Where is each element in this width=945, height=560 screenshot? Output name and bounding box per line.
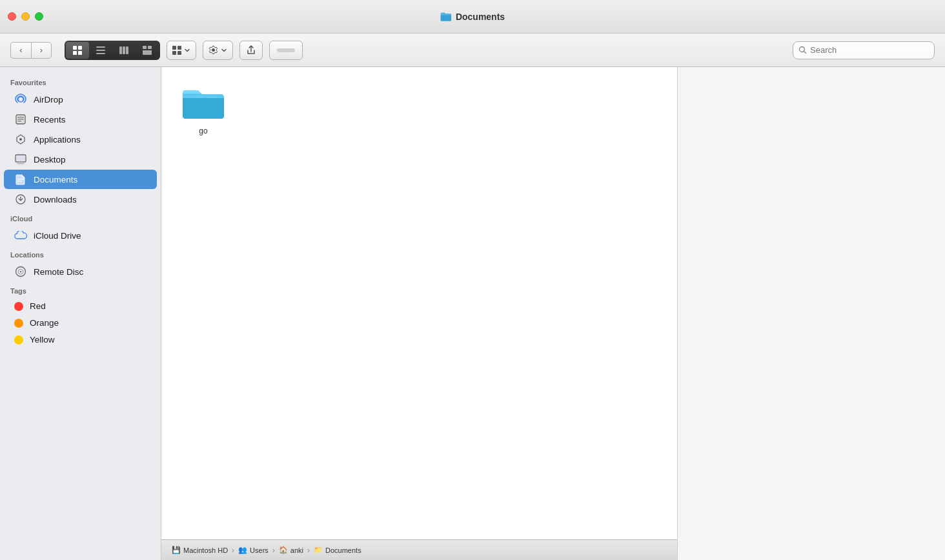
list-view-icon (96, 45, 106, 55)
close-button[interactable] (8, 12, 16, 21)
svg-rect-11 (143, 46, 147, 49)
section-label-icloud: iCloud (0, 210, 161, 225)
disc-icon (14, 265, 27, 278)
documents-breadcrumb-icon: 📁 (314, 546, 323, 554)
tag-icon (277, 46, 295, 54)
svg-rect-5 (96, 50, 105, 51)
sidebar-item-tag-orange[interactable]: Orange (4, 315, 157, 331)
sidebar-label-downloads: Downloads (34, 195, 77, 205)
sidebar-label-documents: Documents (34, 175, 77, 185)
maximize-button[interactable] (35, 12, 43, 21)
desktop-icon (14, 153, 27, 166)
breadcrumb-sep-2: › (272, 546, 275, 555)
downloads-icon (14, 193, 27, 206)
svg-rect-13 (172, 46, 176, 50)
sidebar-item-remote-disc[interactable]: Remote Disc (4, 262, 157, 281)
users-icon: 👥 (238, 546, 247, 554)
anki-label: anki (290, 546, 303, 554)
file-content: go (161, 67, 677, 539)
traffic-lights (8, 12, 43, 21)
search-box[interactable] (793, 41, 935, 59)
svg-rect-27 (17, 163, 25, 165)
sidebar-label-airdrop: AirDrop (34, 95, 63, 105)
view-mode-buttons (65, 41, 160, 60)
sidebar-label-tag-red: Red (30, 301, 46, 311)
file-item-go[interactable]: go (174, 80, 232, 139)
gallery-view-icon (142, 45, 152, 55)
section-label-favourites: Favourites (0, 74, 161, 89)
arrange-button[interactable] (167, 41, 196, 60)
breadcrumb-sep-1: › (232, 546, 234, 555)
back-icon: ‹ (19, 45, 22, 55)
sidebar-item-recents[interactable]: Recents (4, 110, 157, 129)
view-gallery-button[interactable] (136, 42, 159, 59)
main-content: Favourites AirDrop Recents (0, 67, 945, 560)
svg-rect-16 (178, 51, 181, 55)
sidebar-label-tag-yellow: Yellow (30, 335, 55, 345)
preview-pane (677, 67, 945, 560)
tag-label-button[interactable] (269, 41, 303, 60)
breadcrumb-anki[interactable]: 🏠 anki (279, 546, 303, 554)
svg-rect-6 (96, 53, 105, 54)
svg-rect-4 (96, 46, 105, 48)
status-bar: 💾 Macintosh HD › 👥 Users › 🏠 anki › 📁 Do… (161, 539, 677, 560)
users-label: Users (250, 546, 269, 554)
view-icon-button[interactable] (66, 42, 89, 59)
sidebar-label-applications: Applications (34, 135, 81, 145)
svg-rect-7 (119, 46, 122, 54)
tag-yellow-dot (14, 335, 23, 345)
sidebar-item-tag-yellow[interactable]: Yellow (4, 332, 157, 348)
sidebar-item-downloads[interactable]: Downloads (4, 190, 157, 209)
file-area: go 💾 Macintosh HD › 👥 Users › 🏠 anki › 📁 (161, 67, 677, 560)
airdrop-icon (14, 93, 27, 106)
svg-rect-21 (17, 117, 24, 118)
svg-rect-2 (73, 51, 77, 55)
svg-rect-8 (123, 46, 125, 54)
share-button[interactable] (239, 41, 263, 60)
documents-breadcrumb-label: Documents (325, 546, 361, 554)
documents-icon (14, 173, 27, 186)
applications-icon (14, 133, 27, 146)
sidebar-item-airdrop[interactable]: AirDrop (4, 90, 157, 109)
svg-point-24 (19, 138, 22, 141)
svg-rect-28 (16, 156, 25, 161)
breadcrumb-users[interactable]: 👥 Users (238, 546, 269, 554)
column-view-icon (119, 45, 129, 55)
sidebar-item-documents[interactable]: Documents (4, 170, 157, 189)
forward-icon: › (40, 45, 43, 55)
view-column-button[interactable] (112, 42, 136, 59)
breadcrumb-documents[interactable]: 📁 Documents (314, 546, 361, 554)
svg-rect-12 (148, 46, 152, 49)
svg-rect-0 (73, 46, 77, 50)
folder-title-icon (440, 12, 452, 22)
svg-rect-29 (17, 179, 24, 179)
nav-forward-button[interactable]: › (31, 42, 52, 59)
folder-icon-go (180, 84, 227, 123)
recents-icon (14, 113, 27, 126)
settings-button[interactable] (203, 41, 233, 60)
sidebar-item-applications[interactable]: Applications (4, 130, 157, 149)
sidebar-label-remote-disc: Remote Disc (34, 267, 83, 277)
svg-rect-30 (17, 181, 22, 181)
section-label-locations: Locations (0, 246, 161, 261)
icon-view-icon (72, 45, 83, 55)
svg-rect-23 (17, 121, 21, 122)
view-list-button[interactable] (89, 42, 112, 59)
file-label-go: go (199, 126, 207, 135)
svg-point-34 (20, 271, 22, 273)
sidebar-item-desktop[interactable]: Desktop (4, 150, 157, 169)
nav-back-button[interactable]: ‹ (10, 42, 31, 59)
search-icon (798, 46, 807, 54)
icloud-icon (14, 229, 27, 242)
minimize-button[interactable] (21, 12, 30, 21)
tag-orange-dot (14, 319, 23, 328)
sidebar-item-tag-red[interactable]: Red (4, 298, 157, 314)
search-input[interactable] (810, 45, 926, 55)
svg-rect-9 (126, 46, 128, 54)
macintosh-hd-icon: 💾 (172, 546, 181, 554)
gear-icon (208, 45, 218, 55)
sidebar-item-icloud-drive[interactable]: iCloud Drive (4, 226, 157, 245)
nav-buttons: ‹ › (10, 42, 52, 59)
breadcrumb-macintosh-hd[interactable]: 💾 Macintosh HD (172, 546, 228, 554)
svg-rect-1 (78, 46, 82, 50)
